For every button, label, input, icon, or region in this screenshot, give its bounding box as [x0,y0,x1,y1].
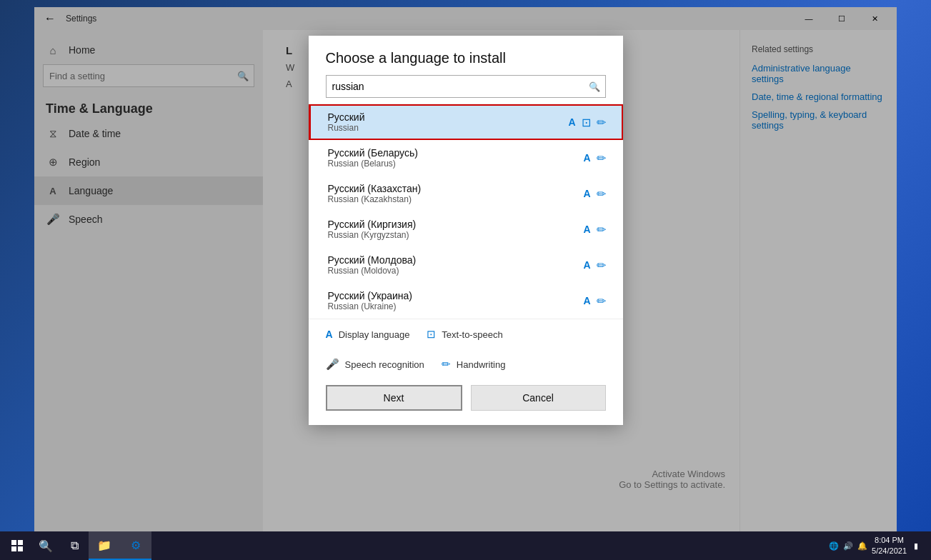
settings-taskbar-button[interactable]: ⚙ [120,531,151,560]
legend-display: A Display language [326,328,410,341]
task-view-button[interactable]: ⧉ [60,531,89,560]
legend-tts: ⊡ Text-to-speech [427,328,502,341]
edit-icon-by: ✏ [597,151,606,165]
lang-item-russian-belarus[interactable]: Русский (Беларусь) Russian (Belarus) A ✏ [309,140,623,176]
network-icon[interactable]: 🌐 [827,539,840,552]
font-icon-md: A [583,259,590,271]
lang-kg-name: Русский (Киргизия) [328,219,584,230]
notification-icon[interactable]: 🔔 [856,539,869,552]
modal-title: Choose a language to install [309,36,623,75]
lang-ua-icons: A ✏ [583,294,605,308]
language-install-modal: Choose a language to install 🔍 Русский R… [309,36,623,425]
modal-buttons: Next Cancel [309,376,623,425]
font-icon-by: A [583,152,590,164]
modal-legend: A Display language ⊡ Text-to-speech 🎤 Sp… [309,319,623,376]
handwriting-icon: ✏ [442,358,451,371]
legend-handwriting: ✏ Handwriting [442,358,506,371]
lang-item-ua-text: Русский (Украина) Russian (Ukraine) [328,290,584,311]
lang-item-kz-text: Русский (Казахстан) Russian (Kazakhstan) [328,183,584,204]
font-icon-kz: A [583,188,590,199]
tray-icons: 🌐 🔊 🔔 [827,539,869,552]
start-button[interactable] [3,531,31,560]
file-explorer-button[interactable]: 📁 [89,531,120,560]
lang-russian-subname: Russian [328,123,569,133]
lang-russian-name: Русский [328,111,569,123]
svg-rect-0 [11,540,16,545]
volume-icon[interactable]: 🔊 [842,539,855,552]
legend-tts-label: Text-to-speech [442,329,502,340]
speech-recog-icon: 🎤 [326,358,339,371]
lang-item-russian-moldova[interactable]: Русский (Молдова) Russian (Moldova) A ✏ [309,247,623,283]
language-list: Русский Russian A ⊡ ✏ Русский (Беларусь)… [309,104,623,319]
display-lang-icon: A [326,329,333,340]
start-icon [11,540,23,551]
lang-kg-subname: Russian (Kyrgyzstan) [328,230,584,240]
lang-item-russian-kyrgyzstan[interactable]: Русский (Киргизия) Russian (Kyrgyzstan) … [309,211,623,247]
svg-rect-1 [18,540,23,545]
modal-overlay: Choose a language to install 🔍 Русский R… [34,7,897,533]
lang-kz-name: Русский (Казахстан) [328,183,584,194]
edit-icon-ua: ✏ [597,294,606,308]
lang-item-russian-text: Русский Russian [328,111,569,133]
legend-handwriting-label: Handwriting [457,359,506,370]
lang-ua-subname: Russian (Ukraine) [328,301,584,311]
lang-belarus-subname: Russian (Belarus) [328,159,584,169]
lang-kg-icons: A ✏ [583,223,605,236]
lang-md-icons: A ✏ [583,259,605,272]
lang-item-russian-ukraine[interactable]: Русский (Украина) Russian (Ukraine) A ✏ [309,283,623,319]
show-desktop-button[interactable]: ▮ [910,539,922,552]
lang-belarus-name: Русский (Беларусь) [328,147,584,159]
lang-belarus-icons: A ✏ [583,151,605,165]
legend-speech: 🎤 Speech recognition [326,358,424,371]
lang-russian-icons: A ⊡ ✏ [568,116,605,129]
taskbar-right: 🌐 🔊 🔔 8:04 PM 5/24/2021 ▮ [827,535,928,557]
svg-rect-3 [18,546,23,551]
modal-search-icon: 🔍 [589,81,600,92]
cancel-button[interactable]: Cancel [471,385,606,411]
lang-md-subname: Russian (Moldova) [328,266,584,276]
taskbar: 🔍 ⧉ 📁 ⚙ 🌐 🔊 🔔 8:04 PM 5/24/2021 ▮ [0,531,931,560]
lang-item-md-text: Русский (Молдова) Russian (Moldova) [328,254,584,276]
search-taskbar-button[interactable]: 🔍 [31,531,60,560]
taskbar-time-display: 8:04 PM [872,535,907,546]
lang-ua-name: Русский (Украина) [328,290,584,301]
edit-icon-kg: ✏ [597,223,606,236]
lang-item-belarus-text: Русский (Беларусь) Russian (Belarus) [328,147,584,169]
legend-display-label: Display language [339,329,410,340]
edit-icon-kz: ✏ [597,187,606,201]
edit-icon-md: ✏ [597,259,606,272]
font-icon-kg: A [583,224,590,235]
display-icon: ⊡ [582,116,591,129]
font-icon-ua: A [583,295,590,306]
font-icon: A [568,116,575,128]
svg-rect-2 [11,546,16,551]
taskbar-date-display: 5/24/2021 [872,546,907,556]
lang-kz-icons: A ✏ [583,187,605,201]
next-button[interactable]: Next [326,385,462,411]
settings-window: ← Settings — ☐ ✕ ⌂ Home 🔍 Time & Languag… [34,7,897,533]
tts-icon: ⊡ [427,328,436,341]
language-search-input[interactable] [326,75,606,98]
legend-speech-label: Speech recognition [345,359,424,370]
lang-item-russian-kazakhstan[interactable]: Русский (Казахстан) Russian (Kazakhstan)… [309,176,623,211]
modal-search: 🔍 [326,75,606,98]
taskbar-clock[interactable]: 8:04 PM 5/24/2021 [872,535,907,557]
lang-item-russian[interactable]: Русский Russian A ⊡ ✏ [309,104,623,140]
lang-item-kg-text: Русский (Киргизия) Russian (Kyrgyzstan) [328,219,584,240]
lang-kz-subname: Russian (Kazakhstan) [328,194,584,204]
lang-md-name: Русский (Молдова) [328,254,584,266]
edit-icon: ✏ [597,116,606,129]
